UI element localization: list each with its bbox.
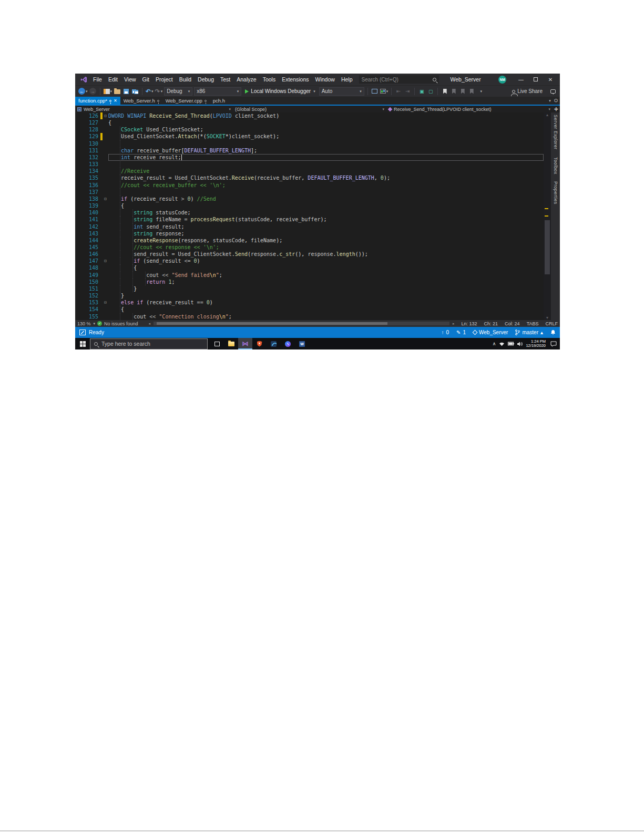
pin-icon[interactable] bbox=[205, 100, 207, 102]
uncomment-icon[interactable]: ▢ bbox=[427, 87, 434, 96]
feedback-icon[interactable] bbox=[549, 87, 557, 96]
restore-button[interactable] bbox=[528, 74, 543, 85]
menu-analyze[interactable]: Analyze bbox=[233, 76, 259, 83]
save-all-icon[interactable] bbox=[131, 87, 139, 96]
code-line-145[interactable]: 145//cout << response << '\n'; bbox=[75, 244, 544, 251]
code-line-144[interactable]: 144createResponse(response, statusCode, … bbox=[75, 237, 544, 244]
blue-app-taskbar-button[interactable] bbox=[267, 338, 281, 349]
toolbar-overflow-icon[interactable]: ▾ bbox=[477, 87, 485, 96]
search-input[interactable]: Search (Ctrl+Q) bbox=[359, 75, 439, 84]
tab-web-server-cpp[interactable]: Web_Server.cpp bbox=[162, 97, 210, 105]
next-bookmark-icon[interactable] bbox=[459, 87, 466, 96]
word-taskbar-button[interactable]: W bbox=[295, 338, 309, 349]
zoom-caret-icon[interactable]: ▾ bbox=[94, 322, 96, 326]
live-share-button[interactable]: Live Share bbox=[512, 88, 543, 94]
menu-window[interactable]: Window bbox=[312, 76, 338, 83]
horizontal-thumb[interactable] bbox=[157, 322, 387, 325]
start-debugging-button[interactable]: Local Windows Debugger▾ bbox=[243, 87, 317, 96]
solution-platform-dropdown[interactable]: x86▾ bbox=[194, 87, 241, 96]
fold-collapse-icon[interactable]: ⊟ bbox=[103, 258, 108, 264]
comment-icon[interactable]: ▣ bbox=[418, 87, 425, 96]
redo-button[interactable]: ↷▾ bbox=[155, 87, 163, 96]
taskbar-search-input[interactable]: Type here to search bbox=[90, 338, 208, 349]
tray-chevron-icon[interactable]: ∧ bbox=[493, 341, 496, 346]
new-file-icon[interactable]: ▾ bbox=[104, 87, 113, 96]
code-line-140[interactable]: 140string statusCode; bbox=[75, 209, 544, 216]
pin-icon[interactable] bbox=[109, 100, 111, 102]
bookmark-icon[interactable] bbox=[441, 87, 448, 96]
fold-collapse-icon[interactable]: ⊟ bbox=[103, 196, 108, 202]
window-options-icon[interactable]: ⛭ bbox=[554, 98, 558, 104]
code-line-155[interactable]: 155cout << "Connection closing\n"; bbox=[75, 313, 544, 320]
visual-studio-taskbar-button[interactable]: ⋈ bbox=[238, 338, 252, 349]
active-files-dropdown-icon[interactable]: ▾ bbox=[549, 99, 551, 103]
prev-bookmark-icon[interactable] bbox=[450, 87, 457, 96]
close-button[interactable]: ✕ bbox=[543, 74, 558, 85]
code-line-149[interactable]: 149cout << "Send failed\n"; bbox=[75, 272, 544, 279]
indent-increase-icon[interactable]: ⇥ bbox=[404, 87, 411, 96]
auto-dropdown[interactable]: Auto▾ bbox=[319, 87, 364, 96]
menu-help[interactable]: Help bbox=[338, 76, 356, 83]
code-line-154[interactable]: 154{ bbox=[75, 306, 544, 313]
taskbar-clock[interactable]: 1:24 PM 12/19/2020 bbox=[526, 340, 546, 348]
issues-status[interactable]: No issues found bbox=[104, 321, 138, 326]
notifications-bell-icon[interactable] bbox=[550, 330, 556, 335]
pending-edits-button[interactable]: ✎ 1 bbox=[456, 330, 466, 335]
code-line-153[interactable]: 153⊟else if (receive_result == 0) bbox=[75, 299, 544, 306]
project-dropdown[interactable]: + Web_Server ▾ bbox=[75, 106, 233, 112]
scrollbar-thumb[interactable] bbox=[545, 220, 550, 274]
fold-collapse-icon[interactable]: ⊟ bbox=[103, 299, 108, 306]
menu-git[interactable]: Git bbox=[139, 76, 152, 83]
action-center-icon[interactable] bbox=[550, 341, 557, 347]
menu-extensions[interactable]: Extensions bbox=[279, 76, 312, 83]
incoming-commits-button[interactable]: ↑ 0 bbox=[441, 330, 449, 335]
avatar[interactable]: NM bbox=[498, 76, 506, 84]
code-line-135[interactable]: 135receive_result = Used_ClientSocket.Re… bbox=[75, 174, 544, 181]
battery-icon[interactable] bbox=[508, 342, 514, 346]
code-line-150[interactable]: 150return 1; bbox=[75, 279, 544, 285]
menu-view[interactable]: View bbox=[121, 76, 139, 83]
side-tab-properties[interactable]: Properties bbox=[553, 181, 558, 204]
code-line-130[interactable]: 130 bbox=[75, 140, 544, 147]
split-editor-icon[interactable]: ✛ bbox=[553, 107, 560, 112]
code-line-147[interactable]: 147⊟if (send_result <= 0) bbox=[75, 258, 544, 264]
open-folder-icon[interactable] bbox=[114, 87, 121, 96]
code-line-137[interactable]: 137 bbox=[75, 189, 544, 196]
diagnostics-icon[interactable]: ▾ bbox=[380, 87, 389, 96]
pin-icon[interactable] bbox=[157, 100, 159, 102]
code-line-126[interactable]: 126⊟DWORD WINAPI Receive_Send_Thread(LPV… bbox=[75, 112, 544, 119]
search-icon[interactable] bbox=[433, 78, 436, 81]
code-line-143[interactable]: 143string response; bbox=[75, 230, 544, 237]
scroll-up-icon[interactable]: ▲ bbox=[544, 113, 551, 117]
apply-code-changes-icon[interactable] bbox=[371, 87, 379, 96]
fold-collapse-icon[interactable]: ⊟ bbox=[103, 112, 108, 119]
menu-test[interactable]: Test bbox=[217, 76, 233, 83]
code-line-148[interactable]: 148{ bbox=[75, 264, 544, 271]
start-button[interactable] bbox=[75, 338, 90, 349]
menu-tools[interactable]: Tools bbox=[260, 76, 279, 83]
clear-bookmarks-icon[interactable] bbox=[468, 87, 475, 96]
tab-function-cpp-[interactable]: function.cpp*✕ bbox=[75, 97, 120, 105]
save-icon[interactable] bbox=[122, 87, 130, 96]
code-line-133[interactable]: 133 bbox=[75, 161, 544, 168]
menu-debug[interactable]: Debug bbox=[195, 76, 217, 83]
branch-button[interactable]: master ▴ bbox=[515, 330, 543, 335]
code-line-129[interactable]: 129Used_ClientSocket.Attach(*(SOCKET*)cl… bbox=[75, 133, 544, 140]
code-line-141[interactable]: 141string fileName = processRequest(stat… bbox=[75, 216, 544, 223]
code-line-146[interactable]: 146send_result = Used_ClientSocket.Send(… bbox=[75, 251, 544, 258]
code-line-139[interactable]: 139{ bbox=[75, 202, 544, 209]
code-line-127[interactable]: 127{ bbox=[75, 119, 544, 126]
solution-configuration-dropdown[interactable]: Debug▾ bbox=[164, 87, 192, 96]
code-line-152[interactable]: 152} bbox=[75, 292, 544, 299]
code-line-151[interactable]: 151} bbox=[75, 285, 544, 292]
menu-edit[interactable]: Edit bbox=[105, 76, 121, 83]
wifi-icon[interactable] bbox=[499, 342, 505, 346]
task-view-taskbar-button[interactable] bbox=[210, 338, 224, 349]
menu-file[interactable]: File bbox=[90, 76, 105, 83]
scope-dropdown[interactable]: (Global Scope) ▾ bbox=[233, 106, 386, 112]
scroll-left-icon[interactable]: ◂ bbox=[149, 322, 151, 326]
messenger-taskbar-button[interactable]: ϟ bbox=[281, 338, 295, 349]
side-tab-server-explorer[interactable]: Server Explorer bbox=[553, 115, 558, 150]
volume-icon[interactable] bbox=[517, 342, 523, 346]
close-tab-icon[interactable]: ✕ bbox=[114, 98, 117, 103]
